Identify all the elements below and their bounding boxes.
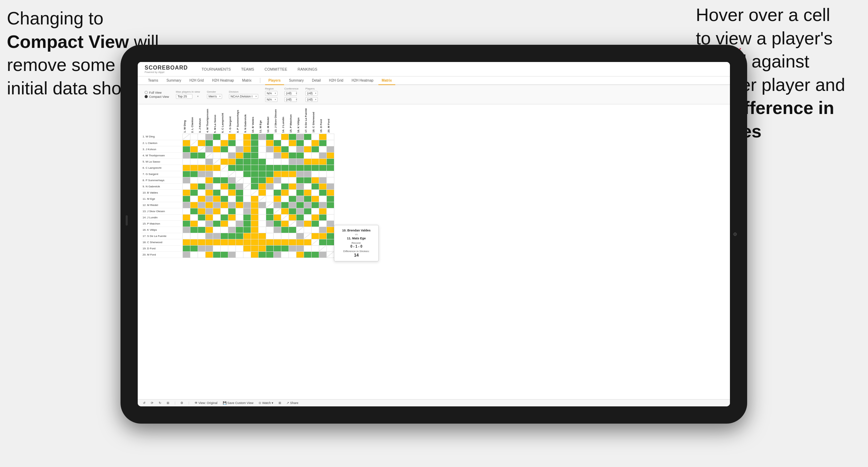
cell-16-9[interactable]	[251, 233, 258, 239]
cell-10-19[interactable]	[326, 196, 334, 202]
cell-12-3[interactable]	[205, 208, 213, 214]
cell-8-1[interactable]	[190, 183, 198, 189]
cell-1-12[interactable]	[273, 140, 281, 146]
cell-10-17[interactable]	[311, 196, 319, 202]
cell-4-19[interactable]	[326, 158, 334, 165]
cell-19-1[interactable]	[190, 251, 198, 258]
cell-9-15[interactable]	[296, 189, 304, 196]
cell-12-13[interactable]	[281, 208, 289, 214]
cell-8-17[interactable]	[311, 183, 319, 189]
cell-19-13[interactable]	[281, 251, 289, 258]
cell-1-10[interactable]	[258, 140, 266, 146]
cell-3-11[interactable]	[266, 152, 273, 158]
cell-9-11[interactable]	[266, 189, 273, 196]
cell-9-1[interactable]	[190, 189, 198, 196]
cell-14-11[interactable]	[266, 220, 273, 227]
cell-17-13[interactable]	[281, 239, 289, 245]
cell-6-19[interactable]	[326, 171, 334, 177]
share-button[interactable]: ↗ Share	[286, 401, 299, 405]
cell-19-18[interactable]	[319, 251, 326, 258]
cell-13-4[interactable]	[213, 214, 220, 220]
cell-1-9[interactable]	[251, 140, 258, 146]
cell-3-10[interactable]	[258, 152, 266, 158]
cell-11-16[interactable]	[304, 202, 311, 208]
cell-17-6[interactable]	[228, 239, 236, 245]
cell-14-10[interactable]	[258, 220, 266, 227]
cell-12-17[interactable]	[311, 208, 319, 214]
tab-players[interactable]: Players	[265, 76, 284, 85]
cell-17-17[interactable]	[311, 239, 319, 245]
cell-7-1[interactable]	[190, 177, 198, 183]
cell-8-4[interactable]	[213, 183, 220, 189]
cell-3-2[interactable]	[198, 152, 205, 158]
cell-5-9[interactable]	[251, 165, 258, 171]
cell-0-18[interactable]	[319, 134, 326, 140]
cell-13-19[interactable]	[326, 214, 334, 220]
cell-15-8[interactable]	[243, 227, 251, 233]
cell-18-1[interactable]	[190, 245, 198, 251]
cell-12-15[interactable]	[296, 208, 304, 214]
cell-7-16[interactable]	[304, 177, 311, 183]
cell-1-17[interactable]	[311, 140, 319, 146]
cell-0-1[interactable]	[190, 134, 198, 140]
cell-15-15[interactable]	[296, 227, 304, 233]
cell-2-16[interactable]	[304, 146, 311, 152]
cell-9-14[interactable]	[289, 189, 296, 196]
cell-8-14[interactable]	[289, 183, 296, 189]
cell-10-18[interactable]	[319, 196, 326, 202]
cell-14-18[interactable]	[319, 220, 326, 227]
cell-1-8[interactable]	[243, 140, 251, 146]
cell-19-9[interactable]	[251, 251, 258, 258]
cell-7-8[interactable]	[243, 177, 251, 183]
cell-19-16[interactable]	[304, 251, 311, 258]
full-view-radio[interactable]	[145, 91, 148, 94]
cell-6-0[interactable]	[182, 171, 190, 177]
cell-5-15[interactable]	[296, 165, 304, 171]
cell-12-10[interactable]	[258, 208, 266, 214]
cell-8-11[interactable]	[266, 183, 273, 189]
cell-10-7[interactable]	[236, 196, 243, 202]
cell-3-1[interactable]	[190, 152, 198, 158]
cell-5-7[interactable]	[236, 165, 243, 171]
tab-summary1[interactable]: Summary	[163, 76, 185, 85]
cell-19-3[interactable]	[205, 251, 213, 258]
cell-12-11[interactable]	[266, 208, 273, 214]
nav-committee[interactable]: COMMITTEE	[264, 66, 287, 73]
cell-10-14[interactable]	[289, 196, 296, 202]
cell-19-2[interactable]	[198, 251, 205, 258]
cell-6-15[interactable]	[296, 171, 304, 177]
cell-0-17[interactable]	[311, 134, 319, 140]
cell-12-7[interactable]	[236, 208, 243, 214]
cell-5-5[interactable]	[220, 165, 228, 171]
cell-17-10[interactable]	[258, 239, 266, 245]
cell-11-10[interactable]	[258, 202, 266, 208]
cell-13-8[interactable]	[243, 214, 251, 220]
cell-0-6[interactable]	[228, 134, 236, 140]
cell-8-0[interactable]	[182, 183, 190, 189]
cell-7-11[interactable]	[266, 177, 273, 183]
cell-10-0[interactable]	[182, 196, 190, 202]
cell-3-18[interactable]	[319, 152, 326, 158]
redo-step[interactable]: ⟳	[151, 401, 154, 405]
players-select[interactable]: (All)	[305, 91, 318, 96]
cell-1-15[interactable]	[296, 140, 304, 146]
cell-9-5[interactable]	[220, 189, 228, 196]
cell-0-15[interactable]	[296, 134, 304, 140]
cell-10-13[interactable]	[281, 196, 289, 202]
cell-7-4[interactable]	[213, 177, 220, 183]
cell-18-7[interactable]	[236, 245, 243, 251]
cell-9-18[interactable]	[319, 189, 326, 196]
cell-9-7[interactable]	[236, 189, 243, 196]
division-select[interactable]: NCAA Division I	[229, 94, 258, 99]
cell-1-0[interactable]	[182, 140, 190, 146]
cell-12-9[interactable]	[251, 208, 258, 214]
cell-13-1[interactable]	[190, 214, 198, 220]
cell-4-8[interactable]	[243, 158, 251, 165]
cell-4-12[interactable]	[273, 158, 281, 165]
cell-9-12[interactable]	[273, 189, 281, 196]
gender-select[interactable]: Men's	[207, 94, 222, 99]
cell-18-18[interactable]	[319, 245, 326, 251]
cell-15-9[interactable]	[251, 227, 258, 233]
cell-14-12[interactable]	[273, 220, 281, 227]
cell-16-13[interactable]	[281, 233, 289, 239]
